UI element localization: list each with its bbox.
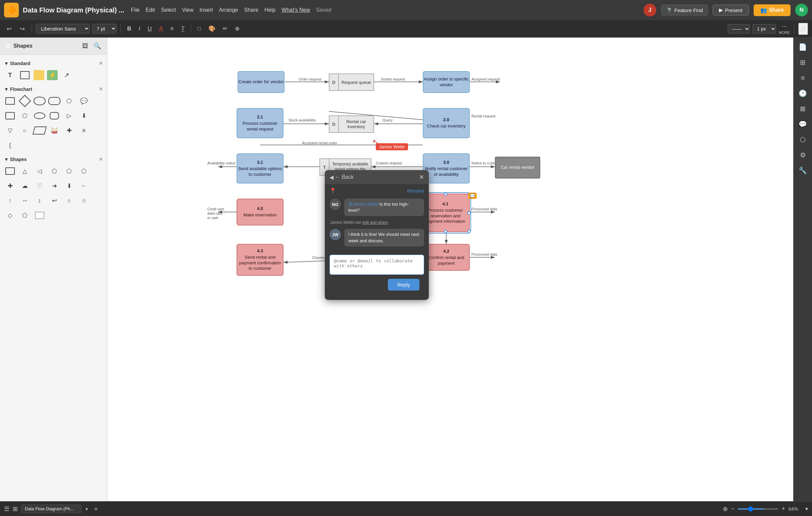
resolve-button[interactable]: Resolve [407, 188, 424, 194]
right-panel-layers-btn[interactable]: ≡ [796, 71, 810, 85]
sh-circle[interactable]: ○ [63, 195, 75, 207]
sh-cross[interactable]: ✚ [4, 180, 16, 192]
fc-rounded2[interactable] [48, 110, 60, 122]
present-button[interactable]: ▶ Present [713, 5, 749, 16]
right-panel-filter-btn[interactable]: ⊠ [796, 102, 810, 115]
share-button[interactable]: 👥 Share [754, 4, 790, 16]
sh-pentagon2[interactable]: ⬠ [19, 209, 31, 222]
sh-triangle[interactable]: △ [19, 165, 31, 177]
fc-rounded[interactable] [48, 95, 60, 107]
menu-arrange[interactable]: Arrange [219, 7, 238, 13]
bold-button[interactable]: B [125, 24, 134, 34]
comment-badge[interactable]: 💬 [468, 193, 477, 199]
right-panel-tools-btn[interactable]: 🔧 [796, 164, 810, 177]
sh-white-rect[interactable] [34, 209, 46, 222]
font-selector[interactable]: Liberation Sans [36, 24, 90, 33]
stroke-style-selector[interactable]: —— - - - [728, 24, 750, 33]
sh-back-arrow[interactable]: ↩ [48, 195, 60, 207]
text-shape[interactable]: T [4, 69, 16, 81]
shape-style-button[interactable]: □ [195, 24, 203, 34]
list-view-button[interactable]: ☰ [4, 505, 9, 513]
node-check-car-20[interactable]: 2.0 Check car inventory [423, 108, 470, 138]
fc-parallelogram[interactable] [34, 124, 46, 137]
font-size-selector[interactable]: 7 pt 8 pt 10 pt 12 pt [92, 24, 116, 33]
sh-cloud[interactable]: ☁ [19, 180, 31, 192]
edit-share-link[interactable]: edit and share [362, 220, 388, 225]
fc-speech[interactable]: 💬 [78, 95, 90, 107]
fc-rect[interactable] [4, 95, 16, 107]
stroke-width-selector[interactable]: 1 px 2 px [753, 24, 776, 33]
standard-close[interactable]: ✕ [99, 60, 103, 66]
underline-button[interactable]: U [145, 24, 154, 34]
node-confirm-42[interactable]: 4.2 Confirm rental and payment [423, 244, 470, 271]
node-send-available-31[interactable]: 3.1 Send available options to customer [237, 153, 284, 183]
image-search-button[interactable]: 🖼 [81, 41, 90, 51]
sh-ud-arrow[interactable]: ↕ [34, 195, 46, 207]
menu-help[interactable]: Help [264, 7, 276, 13]
sh-right-arrow[interactable]: ➜ [48, 180, 60, 192]
align-button[interactable]: ≡ [168, 24, 176, 34]
font-color-button[interactable]: A [157, 24, 165, 34]
resize-se[interactable] [467, 230, 471, 233]
sh-hexagon[interactable]: ⬡ [63, 165, 75, 177]
fc-rect2[interactable] [4, 110, 16, 122]
sh-rtriangle[interactable]: ◁ [34, 165, 46, 177]
fill-button[interactable]: 🎨 [206, 24, 218, 34]
zoom-out-button[interactable]: − [731, 505, 735, 512]
more-button[interactable]: ··· MORE [779, 23, 790, 34]
right-panel-settings-btn[interactable]: ⚙ [796, 148, 810, 162]
sticky-shape[interactable] [34, 70, 44, 80]
sh-heptagon[interactable]: ⬡ [78, 165, 90, 177]
fc-chevron[interactable]: ▷ [63, 110, 75, 122]
fc-drum[interactable]: 🥁 [48, 124, 60, 137]
sh-diamond2[interactable]: ◇ [4, 209, 16, 222]
menu-share[interactable]: Share [244, 7, 258, 13]
menu-whats-new[interactable]: What's New [282, 7, 310, 13]
tab-dropdown[interactable]: ▾ [86, 506, 88, 512]
node-rental-inventory[interactable]: D Rental car inventory [329, 115, 374, 133]
search-shapes-button[interactable]: 🔍 [92, 41, 102, 51]
grid-view-button[interactable]: ⊞ [13, 505, 18, 513]
fc-triangle[interactable]: ▽ [4, 124, 16, 137]
tab-name[interactable]: Data Flow Diagram (Ph... [21, 505, 82, 513]
fc-diamond[interactable] [19, 95, 31, 107]
node-car-rental-vendor[interactable]: Car rental vendor [495, 157, 540, 178]
menu-edit[interactable]: Edit [146, 7, 155, 13]
rect-shape[interactable] [19, 69, 31, 81]
undo-button[interactable]: ↩ [4, 24, 14, 34]
sh-up-arrow[interactable]: ↑ [4, 195, 16, 207]
canvas-area[interactable]: Order request Sorted request Assigned re… [107, 37, 793, 516]
node-process-21[interactable]: 2.1 Process customer rental request [237, 108, 284, 138]
node-notify-30[interactable]: 3.0 Notify rental customer of availabili… [423, 153, 470, 183]
fc-pentagon[interactable]: ⬠ [63, 95, 75, 107]
fc-cross[interactable]: ✚ [63, 124, 75, 137]
extra-button[interactable]: ⊕ [233, 24, 242, 34]
reply-button[interactable]: Reply [388, 279, 419, 290]
text-format-button[interactable]: T̲ [179, 24, 187, 34]
feature-find-button[interactable]: 🔭 Feature Find [661, 5, 708, 16]
sh-star[interactable]: ☆ [78, 195, 90, 207]
sh-pentagon[interactable]: ⬠ [48, 165, 60, 177]
node-request-queue[interactable]: D Request queue [329, 74, 374, 91]
fc-hexagon[interactable]: ⬡ [19, 110, 31, 122]
node-assign-order[interactable]: Assign order to specific vendor [423, 71, 470, 93]
comment-input[interactable] [329, 255, 424, 275]
sh-heart[interactable]: ♡ [34, 180, 46, 192]
fc-list[interactable]: ≡ [78, 124, 90, 137]
fc-circle[interactable]: ○ [19, 124, 31, 137]
sh-lr-arrow[interactable]: ↔ [19, 195, 31, 207]
stroke-color-button[interactable]: ✏ [221, 24, 230, 34]
zoom-in-button[interactable]: + [781, 505, 785, 512]
menu-select[interactable]: Select [161, 7, 176, 13]
zoom-dropdown[interactable]: ▾ [805, 506, 808, 512]
redo-button[interactable]: ↪ [17, 24, 28, 34]
menu-file[interactable]: File [131, 7, 140, 13]
comment-close-button[interactable]: ✕ [419, 173, 424, 181]
add-tab-button[interactable]: ＋ [93, 504, 99, 513]
fc-oval[interactable] [34, 95, 46, 107]
resize-s[interactable] [444, 230, 447, 233]
fullscreen-button[interactable]: ⤢ [798, 23, 808, 35]
shapes-close[interactable]: ✕ [99, 156, 103, 162]
sh-left-arrow[interactable]: ← [78, 180, 90, 192]
sh-rect[interactable] [4, 165, 16, 177]
